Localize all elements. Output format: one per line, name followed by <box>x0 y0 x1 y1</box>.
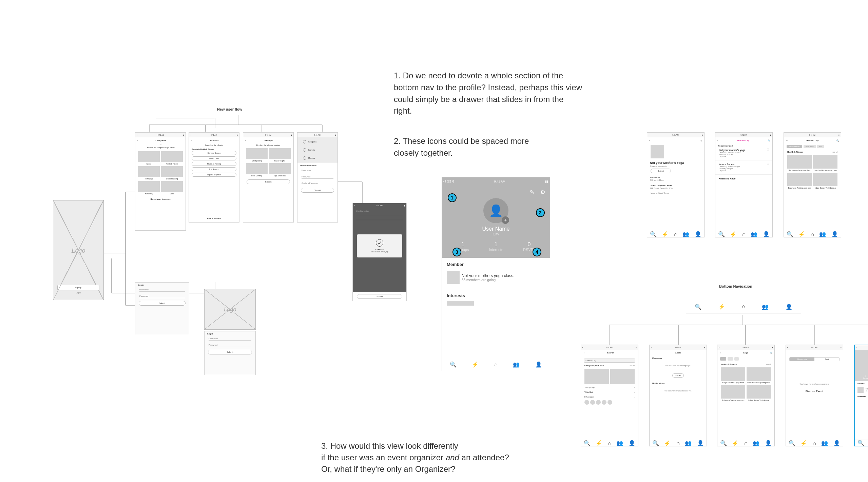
nav-group-icon[interactable]: 👥 <box>762 304 769 310</box>
opt-yoga[interactable]: Yoga for Beginners <box>192 173 236 177</box>
see-all-button[interactable]: See all <box>672 373 683 378</box>
password-field[interactable]: Password <box>139 294 185 298</box>
profile-mini-screen: •9:41 AM▮ ✎⚙ ＋ User Name City 1Groups 1I… <box>854 345 868 446</box>
meetup-spinning[interactable]: City Spinning <box>246 160 268 162</box>
feed-item-3[interactable]: Xtremfire Race <box>715 176 772 181</box>
tab-group-icon[interactable]: 👥 <box>819 231 826 237</box>
cat-sports[interactable]: Sports <box>138 163 160 165</box>
cat-urban[interactable]: Urban Planning <box>161 178 183 180</box>
tab-profile-icon[interactable]: 👤 <box>535 361 542 368</box>
tab-search-icon[interactable]: 🔍 <box>450 361 457 368</box>
search-input[interactable] <box>584 359 635 363</box>
add-photo-icon[interactable]: ＋ <box>502 216 509 224</box>
tab-bolt-icon[interactable]: ⚡ <box>472 361 479 368</box>
gear-icon[interactable]: ⚙ <box>540 189 545 195</box>
ui-password[interactable]: Password <box>302 175 333 179</box>
chip-mostrated[interactable]: most rated <box>804 145 816 148</box>
tab-group-icon[interactable]: 👥 <box>513 361 520 368</box>
bottom-nav-title: Bottom Navigation <box>719 284 752 288</box>
meetup-rock[interactable]: Rock Climbing <box>246 175 268 177</box>
ui-confirm[interactable]: Confirm Password <box>302 181 333 185</box>
info-icon[interactable]: ⓘ <box>767 162 769 166</box>
chip-soo[interactable]: soo <box>817 145 824 148</box>
chip-recommended[interactable]: Recommended <box>787 145 802 148</box>
meetups-submit[interactable]: Submit <box>247 179 290 184</box>
meetup-power[interactable]: Power weights <box>269 160 291 162</box>
find-event-button[interactable]: Find an Event <box>786 390 843 393</box>
search-screen: •9:41 AM▮ ＋Search Groups in your areasee… <box>581 345 638 446</box>
interests-cta[interactable]: Find a Meetup <box>189 215 239 222</box>
tab-bolt-icon[interactable]: ⚡ <box>798 231 805 237</box>
info-icon[interactable]: ⓘ <box>767 148 769 151</box>
tab-home-icon[interactable]: ⌂ <box>674 231 677 237</box>
meetups-screen: •9:41 AM▮ ‹Meetups Pick from the followi… <box>243 132 294 223</box>
cat-tech[interactable]: Technology <box>138 178 160 180</box>
home-screen: •9:41 AM▮ ＋Selected City🔍 Recommended mo… <box>784 132 841 237</box>
opt-fitness[interactable]: Fitness Clubs <box>192 156 236 160</box>
bookmark-icon[interactable]: ☆ <box>700 139 702 142</box>
nav-bolt-icon[interactable]: ⚡ <box>718 304 725 310</box>
back-icon[interactable]: ‹ <box>649 139 650 141</box>
login2-user[interactable]: Username <box>209 337 251 341</box>
question-3b: if the user was an event organizer and a… <box>321 452 509 464</box>
tab-home-icon[interactable]: ⌂ <box>494 362 498 368</box>
ui-submit[interactable]: Submit <box>301 188 334 193</box>
question-2: 2. These icons could be spaced more clos… <box>394 135 546 159</box>
edit-icon[interactable]: ✎ <box>530 189 534 195</box>
nav-home-icon[interactable]: ⌂ <box>742 304 745 310</box>
feed-screen: •9:41 AM▮ ‹Selected City🔍 Recommended No… <box>715 132 773 237</box>
stat-interests[interactable]: Interests <box>489 248 503 252</box>
login2-title: Login <box>205 331 255 335</box>
see-all-link[interactable]: see all <box>833 151 837 153</box>
tab-bolt-icon[interactable]: ⚡ <box>730 231 737 237</box>
cat-hospitality[interactable]: Hospitality <box>138 193 160 195</box>
opt-spinning[interactable]: Spinning Classes <box>192 151 236 155</box>
cat-health[interactable]: Health & Fitness <box>161 163 183 165</box>
avatar[interactable]: 👤 ＋ <box>483 198 508 223</box>
tab-profile-icon[interactable]: 👤 <box>695 231 701 237</box>
tab-group-icon[interactable]: 👥 <box>682 231 689 237</box>
meetups-prompt: Pick from the following Meetups <box>243 143 293 147</box>
tab-home-icon[interactable]: ⌂ <box>742 231 746 237</box>
logo-text: Logo <box>224 306 236 313</box>
categories-cta[interactable]: Select your interests <box>135 198 186 200</box>
tab-profile-icon[interactable]: 👤 <box>763 231 770 237</box>
search-icon[interactable]: 🔍 <box>836 139 839 142</box>
feed-item-2[interactable]: Indoor Soccer <box>719 163 769 166</box>
tab-home-icon[interactable]: ⌂ <box>811 231 814 237</box>
tab-search-icon[interactable]: 🔍 <box>718 231 725 237</box>
tab-search-icon[interactable]: 🔍 <box>787 231 793 237</box>
opt-marathon[interactable]: Marathon Training <box>192 162 236 166</box>
tab-upcoming[interactable]: Upcoming <box>790 358 814 361</box>
meetup-yoga[interactable]: Yoga for the soul <box>269 175 291 177</box>
login2-submit[interactable]: Submit <box>208 350 252 354</box>
ui-username[interactable]: Username <box>302 169 333 172</box>
success-submit[interactable]: Submit <box>357 294 402 299</box>
nav-search-icon[interactable]: 🔍 <box>695 304 701 310</box>
home-title[interactable]: Selected City <box>788 139 836 141</box>
opt-trail[interactable]: Trail Running <box>192 167 236 171</box>
tab-bolt-icon[interactable]: ⚡ <box>662 231 669 237</box>
tab-profile-icon[interactable]: 👤 <box>831 231 838 237</box>
tab-search-icon[interactable]: 🔍 <box>650 231 657 237</box>
search-icon[interactable]: 🔍 <box>770 352 772 354</box>
nav-profile-icon[interactable]: 👤 <box>786 304 792 310</box>
cat-music[interactable]: Music <box>161 193 183 195</box>
feed-title[interactable]: Selected City <box>718 139 768 141</box>
tab-past[interactable]: Past <box>814 358 839 361</box>
feed-item-1[interactable]: Not your mother's yoga <box>719 149 769 151</box>
interests-group: Popular in Health & Fitness <box>189 147 239 151</box>
signup-button[interactable]: Sign Up <box>57 285 99 290</box>
event-submit[interactable]: Submit <box>651 169 671 173</box>
login2-pass[interactable]: Password <box>209 343 251 347</box>
login-link[interactable]: Log In <box>57 292 99 294</box>
search-icon[interactable]: 🔍 <box>768 139 770 142</box>
username-field[interactable]: Username <box>139 288 185 292</box>
login-submit-button[interactable]: Submit <box>139 301 186 306</box>
group-thumb[interactable] <box>447 271 460 284</box>
group-sub: 35 members are going. <box>462 278 514 282</box>
search-title: Search <box>585 352 636 354</box>
tab-group-icon[interactable]: 👥 <box>751 231 757 237</box>
group-title[interactable]: Not your mothers yoga class. <box>462 273 514 278</box>
categories-prompt: Choose a few categories to get started <box>135 145 186 150</box>
